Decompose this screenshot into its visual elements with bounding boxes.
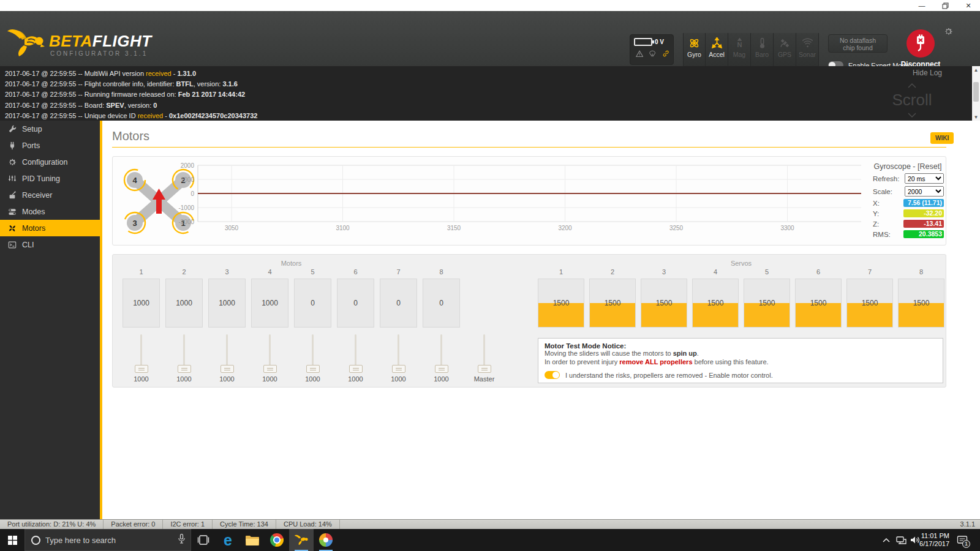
slider-handle[interactable] (478, 365, 491, 373)
sidebar-item-cli[interactable]: CLI (0, 236, 100, 253)
bar-value: 1500 (899, 299, 944, 307)
dataflash-line2: chip found (829, 44, 887, 51)
gps-icon (779, 37, 791, 50)
disconnect-button[interactable]: Disconnect (900, 29, 941, 69)
search-input[interactable] (45, 536, 173, 545)
chevron-down-icon (907, 113, 917, 118)
clock-time: 11:01 PM (921, 532, 949, 540)
bar-number: 6 (337, 268, 374, 276)
sidebar-item-ports[interactable]: Ports (0, 137, 100, 154)
terminal-icon (8, 241, 17, 249)
slider-track[interactable] (183, 334, 185, 369)
gyro-reset-link[interactable]: [Reset] (918, 162, 942, 171)
wiki-button[interactable]: WIKI (930, 132, 954, 144)
sidebar-item-pid-tuning[interactable]: PID Tuning (0, 170, 100, 187)
motor-slider-7: 1000 (380, 334, 417, 383)
chrome-button[interactable] (265, 529, 289, 551)
restore-button[interactable] (933, 0, 957, 11)
slider-value: 1000 (294, 375, 331, 383)
link-icon (662, 50, 669, 58)
log-text-segment: received (138, 112, 164, 119)
betaflight-taskbar-icon (294, 534, 309, 546)
hide-log-link[interactable]: Hide Log (913, 69, 942, 77)
sensor-indicator-baro[interactable]: Baro (751, 33, 774, 66)
slider-handle[interactable] (392, 365, 405, 373)
slider-handle[interactable] (221, 365, 234, 373)
log-timestamp: 2017-06-17 @ 22:59:55 (5, 102, 76, 109)
slider-track[interactable] (312, 334, 314, 369)
sidebar-item-label: CLI (22, 241, 34, 249)
sensor-indicator-gps[interactable]: GPS (774, 33, 796, 66)
refresh-select[interactable]: 20 ms (905, 173, 944, 184)
slider-track[interactable] (226, 334, 228, 369)
dataflash-status-button[interactable]: No dataflash chip found (828, 34, 888, 53)
task-view-button[interactable] (191, 529, 216, 551)
log-line: 2017-06-17 @ 22:59:55 -- Unique device I… (5, 111, 257, 121)
svg-text:3: 3 (132, 219, 137, 228)
network-tray-icon[interactable] (894, 529, 908, 551)
usb-disconnect-icon (907, 29, 935, 58)
servo-bar: 1500 (692, 279, 739, 328)
slider-handle[interactable] (435, 365, 448, 373)
slider-track[interactable] (440, 334, 442, 369)
taskbar-clock[interactable]: 11:01 PM 6/17/2017 (920, 529, 949, 551)
action-center-button[interactable]: 1 (953, 529, 971, 551)
slider-handle[interactable] (135, 365, 148, 373)
close-icon: ✕ (965, 2, 971, 10)
x-axis-tick-label: 3200 (558, 225, 572, 231)
notice-lines: Moving the sliders will cause the motors… (545, 350, 937, 366)
motor-slider-5: 1000 (294, 334, 331, 383)
taskbar-search-box[interactable] (24, 529, 191, 551)
sensor-indicator-gyro[interactable]: Gyro (683, 33, 706, 66)
gyro-reading-row: Z:-13.41 (873, 220, 944, 228)
sidebar-item-configuration[interactable]: Configuration (0, 154, 100, 170)
motor-bar: 1000 (251, 279, 288, 328)
sensor-label: GPS (778, 51, 791, 58)
slider-handle[interactable] (306, 365, 320, 373)
servo-column: 21500 (589, 268, 636, 328)
slider-handle[interactable] (178, 365, 191, 373)
bar-value: 0 (380, 299, 417, 307)
motor-slider-1: 1000 (123, 334, 160, 383)
log-scrollbar[interactable]: ▲ ▼ (972, 66, 980, 121)
scale-label: Scale: (873, 188, 892, 195)
settings-gear-icon[interactable] (944, 27, 953, 39)
slider-track[interactable] (355, 334, 356, 369)
sensor-indicator-mag[interactable]: NMag (728, 33, 751, 66)
slider-track[interactable] (140, 334, 142, 369)
slider-handle[interactable] (263, 365, 277, 373)
paint-app-button[interactable] (314, 529, 338, 551)
gyro-axis-value: 20.3853 (903, 230, 944, 238)
sensor-indicator-sonar[interactable]: Sonar (796, 33, 819, 66)
motor-column: 31000 (208, 268, 246, 328)
scrollbar-thumb[interactable] (973, 82, 979, 102)
tray-expand-button[interactable] (880, 529, 892, 551)
betaflight-app-button[interactable] (289, 529, 314, 551)
sensor-indicator-accel[interactable]: Accel (706, 33, 728, 66)
motor-slider-master: Master (466, 334, 503, 383)
edge-browser-button[interactable]: e (216, 529, 240, 551)
motor-icon (8, 224, 17, 233)
sidebar-item-receiver[interactable]: Receiver (0, 187, 100, 203)
minimize-button[interactable]: — (910, 0, 933, 11)
start-button[interactable] (0, 529, 24, 551)
sidebar-item-modes[interactable]: Modes (0, 203, 100, 220)
close-button[interactable]: ✕ (957, 0, 980, 11)
sidebar-item-label: Setup (22, 125, 42, 133)
scrollbar-down-arrow[interactable]: ▼ (972, 113, 980, 121)
log-lines: 2017-06-17 @ 22:59:55 -- MultiWii API ve… (5, 69, 257, 121)
scrollbar-up-arrow[interactable]: ▲ (972, 66, 980, 73)
microphone-icon[interactable] (178, 534, 185, 546)
scale-select[interactable]: 2000 (905, 186, 944, 197)
sidebar-item-motors[interactable]: Motors (0, 220, 100, 236)
slider-track[interactable] (398, 334, 399, 369)
scroll-watermark: Scroll (878, 80, 946, 121)
slider-track[interactable] (483, 334, 485, 369)
wrench-icon (8, 125, 17, 133)
slider-track[interactable] (269, 334, 271, 369)
slider-handle[interactable] (349, 365, 363, 373)
motor-control-toggle[interactable] (545, 371, 560, 379)
sidebar-item-setup[interactable]: Setup (0, 121, 100, 137)
bar-value: 1500 (538, 299, 584, 307)
file-explorer-button[interactable] (240, 529, 265, 551)
